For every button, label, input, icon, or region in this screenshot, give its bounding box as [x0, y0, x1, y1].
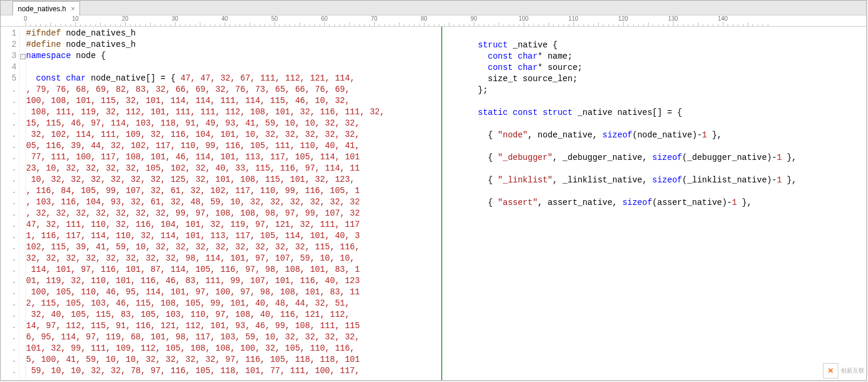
code-line[interactable]: [26, 62, 441, 73]
ruler-tick-label: 100: [519, 15, 529, 22]
line-number: .: [1, 208, 17, 219]
code-line[interactable]: 114, 101, 97, 116, 101, 87, 114, 105, 11…: [26, 264, 441, 275]
ruler-tick-label: 10: [72, 15, 78, 22]
code-line[interactable]: 32, 40, 105, 115, 83, 105, 103, 110, 97,…: [26, 309, 441, 320]
line-number: 4: [1, 62, 17, 73]
line-number: .: [1, 298, 17, 309]
line-number: .: [1, 174, 17, 185]
code-line[interactable]: 47, 32, 111, 110, 32, 116, 104, 101, 32,…: [26, 219, 441, 230]
code-line[interactable]: 32, 32, 32, 32, 32, 32, 32, 32, 98, 114,…: [26, 253, 441, 264]
file-tab[interactable]: node_natives.h ×: [12, 1, 80, 15]
close-icon[interactable]: ×: [71, 5, 75, 13]
line-number: .: [1, 118, 17, 129]
code-line[interactable]: const char* source;: [478, 62, 866, 73]
code-line[interactable]: 5, 100, 41, 59, 10, 10, 32, 32, 32, 32, …: [26, 354, 441, 365]
line-number: .: [1, 365, 17, 377]
fold-column: -: [20, 27, 26, 380]
line-number: 2: [1, 39, 17, 50]
code-line[interactable]: const char* name;: [478, 51, 866, 62]
line-number: .: [1, 197, 17, 208]
code-line[interactable]: { "assert", assert_native, sizeof(assert…: [478, 197, 866, 208]
ruler-tick-label: 30: [171, 15, 178, 22]
code-line[interactable]: 2, 115, 105, 103, 46, 115, 108, 105, 99,…: [26, 298, 441, 309]
line-number: .: [1, 230, 17, 242]
code-line[interactable]: 10, 32, 32, 32, 32, 32, 32, 125, 32, 101…: [26, 174, 441, 185]
code-line[interactable]: const char node_native[] = { 47, 47, 32,…: [26, 73, 441, 84]
line-number: 1: [1, 28, 17, 39]
code-line[interactable]: namespace node {: [26, 50, 441, 62]
code-line[interactable]: [478, 96, 866, 107]
line-number: 3: [1, 50, 17, 62]
line-number: .: [1, 219, 17, 230]
ruler-tick-label: 130: [668, 15, 678, 22]
ruler: 0102030405060708090100110120130140: [1, 15, 866, 27]
code-line[interactable]: [478, 118, 866, 130]
line-number: .: [1, 242, 17, 253]
line-gutter: 12345..........................: [1, 27, 20, 380]
ruler-tick-label: 60: [321, 15, 327, 22]
ruler-tick-label: 0: [24, 15, 27, 22]
code-line[interactable]: 15, 115, 46, 97, 114, 103, 118, 91, 49, …: [26, 118, 441, 129]
ruler-tick-label: 140: [718, 15, 728, 22]
code-line[interactable]: static const struct _native natives[] = …: [478, 107, 866, 118]
line-number: .: [1, 332, 17, 343]
line-number: .: [1, 140, 17, 152]
code-line[interactable]: [478, 208, 866, 220]
line-number: .: [1, 253, 17, 264]
ruler-tick-label: 120: [618, 15, 628, 22]
left-editor[interactable]: #ifndef node_natives_h#define node_nativ…: [26, 27, 442, 380]
code-line[interactable]: 59, 10, 10, 32, 32, 78, 97, 116, 105, 11…: [26, 365, 441, 377]
code-line[interactable]: #define node_natives_h: [26, 39, 441, 50]
line-number: .: [1, 320, 17, 332]
line-number: .: [1, 152, 17, 163]
code-line[interactable]: 32, 102, 114, 111, 109, 32, 116, 104, 10…: [26, 129, 441, 140]
code-line[interactable]: [478, 141, 866, 152]
code-line[interactable]: { "_linklist", _linklist_native, sizeof(…: [478, 175, 866, 186]
code-line[interactable]: 05, 116, 39, 44, 32, 102, 117, 110, 99, …: [26, 140, 441, 152]
line-number: .: [1, 107, 17, 118]
line-number: .: [1, 309, 17, 320]
ruler-tick-label: 110: [569, 15, 579, 22]
code-line[interactable]: , 116, 84, 105, 99, 107, 32, 61, 32, 102…: [26, 185, 441, 197]
ruler-tick-label: 80: [420, 15, 427, 22]
code-line[interactable]: 100, 105, 110, 46, 95, 114, 101, 97, 100…: [26, 287, 441, 298]
line-number: .: [1, 354, 17, 365]
code-line[interactable]: , 103, 116, 104, 93, 32, 61, 32, 48, 59,…: [26, 197, 441, 208]
code-line[interactable]: { "_debugger", _debugger_native, sizeof(…: [478, 152, 866, 163]
code-line[interactable]: [478, 163, 866, 175]
code-line[interactable]: #ifndef node_natives_h: [26, 28, 441, 39]
line-number: .: [1, 163, 17, 174]
line-number: .: [1, 129, 17, 140]
code-line[interactable]: 77, 111, 100, 117, 108, 101, 46, 114, 10…: [26, 152, 441, 163]
code-line[interactable]: 100, 108, 101, 115, 32, 101, 114, 114, 1…: [26, 95, 441, 107]
line-number: .: [1, 287, 17, 298]
code-line[interactable]: 108, 111, 119, 32, 112, 101, 111, 111, 1…: [26, 107, 441, 118]
tab-filename: node_natives.h: [18, 5, 66, 13]
fold-toggle-icon[interactable]: -: [20, 54, 25, 59]
ruler-tick-label: 20: [122, 15, 128, 22]
code-line[interactable]: 6, 95, 114, 97, 119, 68, 101, 98, 117, 1…: [26, 332, 441, 343]
code-line[interactable]: size_t source_len;: [478, 73, 866, 85]
line-number: 5: [1, 73, 17, 84]
code-line[interactable]: , 32, 32, 32, 32, 32, 32, 32, 99, 97, 10…: [26, 208, 441, 219]
code-line[interactable]: 01, 119, 32, 110, 101, 116, 46, 83, 111,…: [26, 275, 441, 287]
tab-bar: node_natives.h ×: [1, 1, 866, 15]
watermark-text: 创新互联: [841, 367, 864, 375]
ruler-tick-label: 90: [470, 15, 477, 22]
code-line[interactable]: 101, 32, 99, 111, 109, 112, 105, 108, 10…: [26, 343, 441, 354]
line-number: .: [1, 343, 17, 354]
code-line[interactable]: 1, 116, 117, 114, 110, 32, 114, 101, 113…: [26, 230, 441, 242]
code-line[interactable]: [478, 186, 866, 197]
right-editor[interactable]: struct _native { const char* name; const…: [442, 27, 866, 380]
ruler-tick-label: 50: [271, 15, 277, 22]
code-line[interactable]: 102, 115, 39, 41, 59, 10, 32, 32, 32, 32…: [26, 242, 441, 253]
ruler-tick-label: 70: [371, 15, 377, 22]
code-line[interactable]: 14, 97, 112, 115, 91, 116, 121, 112, 101…: [26, 320, 441, 332]
code-line[interactable]: };: [478, 85, 866, 96]
watermark: ✕ 创新互联: [823, 363, 864, 378]
code-line[interactable]: , 79, 76, 68, 69, 82, 83, 32, 66, 69, 32…: [26, 84, 441, 95]
line-number: .: [1, 95, 17, 107]
code-line[interactable]: struct _native {: [478, 40, 866, 51]
code-line[interactable]: { "node", node_native, sizeof(node_nativ…: [478, 130, 866, 141]
code-line[interactable]: 23, 10, 32, 32, 32, 32, 105, 102, 32, 40…: [26, 163, 441, 174]
